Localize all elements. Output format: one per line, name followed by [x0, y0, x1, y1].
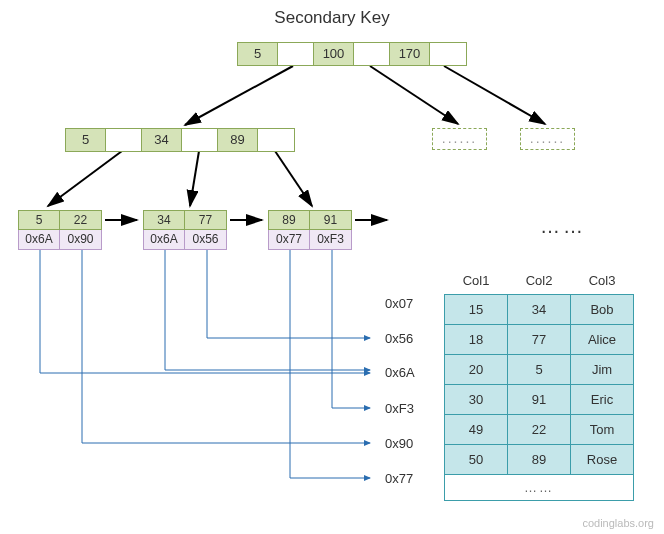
leaf-key: 89: [268, 210, 310, 230]
tree-root-node: 5 100 170: [237, 42, 467, 66]
table-cell: 91: [508, 384, 571, 414]
node-key: 5: [238, 43, 278, 65]
node-pointer: [182, 129, 218, 151]
svg-line-2: [444, 66, 545, 124]
leaf-key: 77: [185, 210, 227, 230]
node-key: 5: [66, 129, 106, 151]
table-row: 205Jim: [445, 354, 634, 384]
node-pointer: [354, 43, 390, 65]
table-footer-ellipsis: ……: [445, 474, 634, 500]
table-cell: Eric: [571, 384, 634, 414]
node-pointer: [430, 43, 466, 65]
leaf-pointer: 0x90: [60, 230, 102, 250]
heap-address: 0x90: [385, 436, 413, 451]
table-cell: 50: [445, 444, 508, 474]
svg-line-0: [185, 66, 293, 125]
node-key: 170: [390, 43, 430, 65]
table-cell: 49: [445, 414, 508, 444]
heap-address: 0x07: [385, 296, 413, 311]
svg-line-1: [370, 66, 458, 124]
table-cell: Tom: [571, 414, 634, 444]
node-key: 34: [142, 129, 182, 151]
node-key: 100: [314, 43, 354, 65]
leaf-key: 22: [60, 210, 102, 230]
table-header: Col2: [508, 268, 571, 294]
table-row: 5089Rose: [445, 444, 634, 474]
svg-line-3: [48, 151, 122, 206]
tree-node-placeholder: ......: [432, 128, 487, 150]
leaf-pointer: 0xF3: [310, 230, 352, 250]
node-pointer: [258, 129, 294, 151]
heap-address: 0x56: [385, 331, 413, 346]
table-cell: Bob: [571, 294, 634, 324]
tree-node-placeholder: ......: [520, 128, 575, 150]
leaf-key: 5: [18, 210, 60, 230]
data-table: Col1 Col2 Col3 1534Bob 1877Alice 205Jim …: [444, 268, 634, 501]
table-row: 4922Tom: [445, 414, 634, 444]
table-header: Col1: [445, 268, 508, 294]
table-cell: Rose: [571, 444, 634, 474]
leaf-key: 91: [310, 210, 352, 230]
leaf-pointer: 0x6A: [143, 230, 185, 250]
tree-leaf-node: 522 0x6A0x90: [18, 210, 102, 250]
table-header: Col3: [571, 268, 634, 294]
heap-address: 0x6A: [385, 365, 415, 380]
table-cell: 34: [508, 294, 571, 324]
node-key: 89: [218, 129, 258, 151]
table-cell: 77: [508, 324, 571, 354]
heap-address: 0x77: [385, 471, 413, 486]
table-cell: Jim: [571, 354, 634, 384]
leaf-key: 34: [143, 210, 185, 230]
table-cell: 5: [508, 354, 571, 384]
table-cell: 89: [508, 444, 571, 474]
ellipsis-text: ……: [540, 215, 586, 238]
tree-internal-node: 5 34 89: [65, 128, 295, 152]
leaf-pointer: 0x56: [185, 230, 227, 250]
node-pointer: [106, 129, 142, 151]
watermark-text: codinglabs.org: [582, 517, 654, 529]
table-cell: 22: [508, 414, 571, 444]
diagram-title: Secondary Key: [274, 8, 389, 28]
table-cell: 15: [445, 294, 508, 324]
table-row: 1534Bob: [445, 294, 634, 324]
table-cell: Alice: [571, 324, 634, 354]
leaf-pointer: 0x6A: [18, 230, 60, 250]
svg-line-4: [190, 151, 199, 206]
svg-line-5: [275, 151, 312, 206]
table-cell: 18: [445, 324, 508, 354]
table-row: 3091Eric: [445, 384, 634, 414]
table-cell: 30: [445, 384, 508, 414]
table-cell: 20: [445, 354, 508, 384]
tree-leaf-node: 3477 0x6A0x56: [143, 210, 227, 250]
table-row: 1877Alice: [445, 324, 634, 354]
heap-address: 0xF3: [385, 401, 414, 416]
node-pointer: [278, 43, 314, 65]
leaf-pointer: 0x77: [268, 230, 310, 250]
tree-leaf-node: 8991 0x770xF3: [268, 210, 352, 250]
